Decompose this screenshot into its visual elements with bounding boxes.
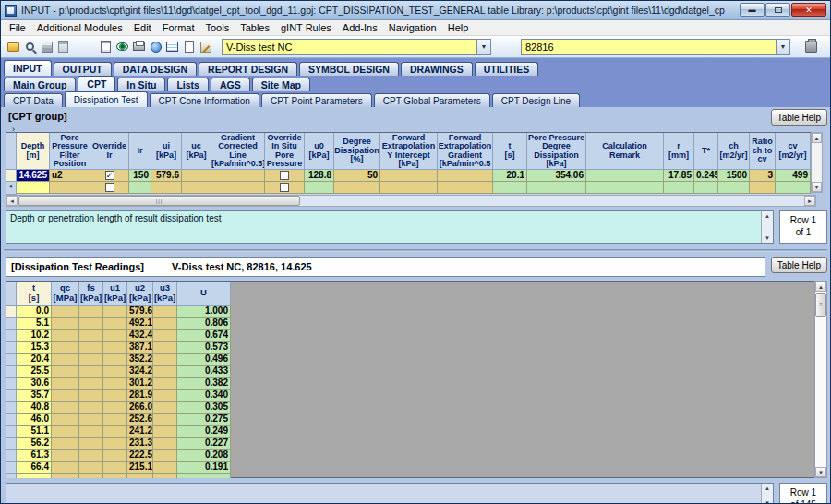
cell[interactable] (103, 354, 127, 366)
table-view-button[interactable] (164, 39, 180, 54)
cell[interactable] (79, 462, 103, 474)
checked-checkbox[interactable]: ✓ (105, 171, 114, 180)
cell[interactable] (153, 426, 177, 438)
cell[interactable] (127, 474, 153, 478)
cell[interactable]: 1.000 (177, 306, 231, 318)
cell[interactable] (79, 378, 103, 390)
cell[interactable]: 3 (750, 170, 776, 182)
cell[interactable] (750, 182, 776, 194)
cell[interactable] (586, 182, 664, 194)
cell[interactable] (438, 170, 493, 182)
cell[interactable]: 17.85 (664, 170, 694, 182)
cell[interactable]: 56.2 (17, 438, 52, 450)
cell[interactable] (52, 378, 79, 390)
scroll-up-icon[interactable]: ▲ (765, 213, 770, 219)
scroll-down-icon[interactable]: ▼ (815, 467, 826, 477)
menu-gint-rules[interactable]: gINT Rules (275, 21, 337, 34)
cell[interactable] (305, 182, 334, 194)
cell[interactable] (79, 426, 103, 438)
menu-additional-modules[interactable]: Additional Modules (31, 21, 128, 34)
cell[interactable] (103, 318, 127, 330)
cell[interactable] (52, 402, 79, 414)
cell[interactable] (52, 438, 79, 450)
row-marker[interactable] (6, 450, 17, 462)
cell[interactable]: 215.1 (127, 462, 153, 474)
cell[interactable] (177, 474, 231, 478)
key-combobox[interactable]: 82816 ▼ (521, 39, 790, 55)
scroll-up-icon[interactable]: ▲ (765, 486, 770, 491)
cell[interactable]: 301.2 (127, 378, 153, 390)
cell[interactable]: 387.1 (127, 342, 153, 354)
cell[interactable]: 46.0 (17, 414, 52, 426)
cell[interactable] (79, 306, 103, 318)
cell[interactable] (103, 330, 127, 342)
description-scrollbar[interactable]: ▲▼ (761, 211, 773, 243)
cell[interactable]: 0.573 (177, 342, 231, 354)
cell[interactable] (103, 342, 127, 354)
cell[interactable]: 231.3 (127, 438, 153, 450)
tab-input[interactable]: INPUT (4, 60, 52, 76)
menu-navigation[interactable]: Navigation (383, 21, 442, 34)
cell[interactable]: 50 (334, 170, 380, 182)
cell[interactable]: 40.8 (17, 402, 52, 414)
cell[interactable] (79, 438, 103, 450)
scroll-up-icon[interactable]: ▲ (812, 133, 822, 143)
cell[interactable] (153, 330, 177, 342)
report-form-button[interactable] (98, 39, 114, 54)
vscroll-thumb[interactable]: ≡ (815, 293, 826, 317)
cell[interactable] (153, 354, 177, 366)
cell[interactable]: 150 (129, 170, 151, 182)
tab-main-group[interactable]: Main Group (4, 78, 76, 91)
web-export-button[interactable] (148, 39, 163, 54)
cell[interactable]: 0.208 (177, 450, 231, 462)
cell[interactable]: 0.496 (177, 354, 231, 366)
row-marker[interactable] (6, 306, 17, 318)
cell[interactable] (103, 438, 127, 450)
cell[interactable] (380, 182, 438, 194)
cell[interactable]: 266.0 (127, 402, 153, 414)
cell[interactable] (182, 170, 211, 182)
cell[interactable] (153, 462, 177, 474)
cell[interactable] (52, 462, 79, 474)
cell[interactable] (334, 182, 380, 194)
scroll-down-icon[interactable]: ▼ (765, 235, 770, 241)
maximize-button[interactable] (765, 3, 790, 17)
cell[interactable] (103, 414, 127, 426)
cell[interactable]: 0.275 (177, 414, 231, 426)
menu-edit[interactable]: Edit (128, 21, 157, 34)
cell[interactable] (52, 318, 79, 330)
cell[interactable]: 35.7 (17, 390, 52, 402)
cell[interactable] (776, 182, 811, 194)
cell[interactable]: 0.382 (177, 378, 231, 390)
cell[interactable] (17, 474, 52, 478)
cell[interactable] (103, 402, 127, 414)
cell[interactable]: 324.2 (127, 366, 153, 378)
cell[interactable] (493, 182, 527, 194)
unchecked-checkbox[interactable] (280, 183, 289, 192)
scroll-left-icon[interactable]: ◄ (6, 196, 18, 206)
cell[interactable] (103, 366, 127, 378)
cell[interactable] (527, 182, 586, 194)
minimize-button[interactable]: ▬ (740, 3, 765, 17)
row-marker[interactable] (6, 378, 17, 390)
delete-button[interactable] (803, 39, 819, 54)
properties-button[interactable] (55, 39, 71, 54)
cell[interactable]: 20.4 (17, 354, 52, 366)
cell[interactable] (17, 182, 50, 194)
cell[interactable]: 25.5 (17, 366, 52, 378)
row-marker[interactable] (6, 414, 17, 426)
cell[interactable] (52, 390, 79, 402)
cell[interactable] (265, 182, 305, 194)
cell[interactable] (79, 474, 103, 478)
unchecked-checkbox[interactable] (280, 171, 289, 180)
cell[interactable] (694, 182, 718, 194)
cell[interactable]: 432.4 (127, 330, 153, 342)
cell[interactable] (151, 182, 182, 194)
cell[interactable] (79, 366, 103, 378)
preview-button[interactable] (114, 39, 130, 54)
cell[interactable] (153, 318, 177, 330)
tab-in-situ[interactable]: In Situ (117, 78, 165, 91)
general-table-hscrollbar[interactable]: ◄ ||| ► (6, 195, 816, 207)
cell[interactable]: 241.2 (127, 426, 153, 438)
cell[interactable] (79, 450, 103, 462)
